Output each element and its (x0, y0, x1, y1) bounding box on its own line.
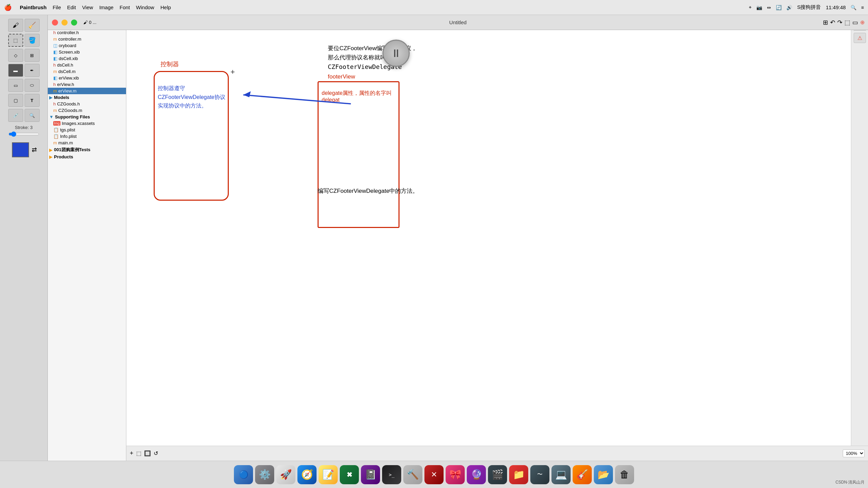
menu-view[interactable]: View (82, 4, 93, 10)
add-canvas-icon[interactable]: + (130, 450, 134, 457)
primary-color-swatch[interactable] (12, 142, 29, 157)
tree-item-images-xcassets[interactable]: Img Images.xcassets (48, 120, 126, 127)
display-icon: ⌖ (749, 4, 752, 10)
annotation-bottom: 编写CZFooterViewDelegate中的方法。 (318, 187, 418, 195)
shape-tool[interactable]: ◇ (8, 49, 23, 62)
menu-file[interactable]: File (53, 4, 61, 10)
tree-item-info-plist[interactable]: 📋 Info.plist (48, 133, 126, 140)
dock-trash[interactable]: 🗑 (615, 465, 634, 484)
tree-item-tests[interactable]: ▶ 001团购案例Tests (48, 146, 126, 154)
fill-tool[interactable]: 🪣 (25, 34, 40, 47)
dock-excel[interactable]: ✖ (340, 465, 359, 484)
dock-finder[interactable]: 🔵 (234, 465, 253, 484)
tree-item-controller-m[interactable]: m controller.m (48, 36, 126, 42)
dock-purple-app[interactable]: 🔮 (467, 465, 486, 484)
tree-item-models[interactable]: ▶ Models (48, 94, 126, 101)
pause-button[interactable]: ⏸ (382, 40, 410, 67)
tree-item-czgoods-h[interactable]: h CZGoods.h (48, 101, 126, 107)
camera-icon: 📷 (756, 5, 762, 10)
dock-folder[interactable]: 📂 (594, 465, 613, 484)
tree-item-goodscell-xib[interactable]: ◧ dsCell.xib (48, 55, 126, 62)
rect-tool[interactable]: ▭ (8, 79, 23, 92)
toolbar-icon-4[interactable]: ⬚ (844, 19, 850, 26)
eyedropper-tool[interactable]: 💉 (8, 109, 23, 122)
menu-list-icon[interactable]: ≡ (861, 5, 864, 10)
trash-icon: 🗑 (620, 469, 629, 480)
menu-image[interactable]: Image (99, 4, 114, 10)
stroke-slider[interactable] (9, 131, 39, 137)
eraser-tool[interactable]: 🧹 (25, 19, 40, 32)
tree-label-czgoods-h: CZGoods.h (57, 101, 80, 106)
dock-xcode-tools[interactable]: 🔨 (403, 465, 422, 484)
dock-instruments[interactable]: 🎸 (573, 465, 592, 484)
tree-item-footerview-xib[interactable]: ◧ erView.xib (48, 75, 126, 81)
menu-window[interactable]: Window (136, 4, 154, 10)
window-close-button[interactable] (52, 19, 58, 26)
rotate-icon: 🔄 (776, 5, 782, 10)
ellipse-tool[interactable]: ⬭ (25, 79, 40, 92)
tree-item-storyboard[interactable]: ◫ oryboard (48, 42, 126, 49)
toolbar-icon-6[interactable]: ⊕ (860, 19, 865, 26)
tree-item-czgoods-m[interactable]: m CZGoods.m (48, 107, 126, 114)
tree-item-goodscell-h[interactable]: h dsCell.h (48, 62, 126, 68)
tree-item-footerview-m[interactable]: m erView.m (48, 88, 126, 94)
dock-notes[interactable]: 📝 (319, 465, 338, 484)
right-box-text: delegate属性，属性的名字叫delegat (322, 90, 400, 103)
xib-icon-footerview: ◧ (53, 75, 57, 81)
text-tool[interactable]: T (25, 94, 40, 107)
tree-item-tgs-plist[interactable]: 📋 tgs.plist (48, 127, 126, 133)
canvas-circle-icon[interactable]: ↺ (154, 450, 158, 457)
tree-item-controller-h[interactable]: h controller.h (48, 29, 126, 36)
menu-help[interactable]: Help (160, 4, 171, 10)
window-maximize-button[interactable] (71, 19, 77, 26)
right-divider (854, 30, 866, 31)
tree-item-main-m[interactable]: m main.m (48, 140, 126, 146)
toolbar-icon-2[interactable]: ↶ (830, 19, 835, 26)
tree-item-footerview-h[interactable]: h erView.h (48, 81, 126, 88)
canvas-layer-icon[interactable]: 🔲 (144, 450, 151, 457)
pause-icon: ⏸ (391, 47, 402, 60)
tree-item-supporting-files[interactable]: ▼ Supporting Files (48, 114, 126, 120)
rect-fill-tool[interactable]: ▬ (8, 64, 23, 77)
rounded-rect-tool[interactable]: ▢ (8, 94, 23, 107)
dock-onenote[interactable]: 📓 (361, 465, 380, 484)
brush-tool[interactable]: 🖌 (8, 19, 23, 32)
selection-tool[interactable]: ⬚ (8, 34, 23, 47)
dock-film-app[interactable]: 🎬 (488, 465, 507, 484)
dock-red-app[interactable]: ✕ (424, 465, 444, 484)
toolbar-icon-5[interactable]: ▭ (852, 19, 858, 26)
swap-colors-icon[interactable]: ⇄ (32, 146, 37, 154)
paintbrush-toolbar: 🖌 🧹 ⬚ 🪣 ◇ ⊞ ▬ ✒ ▭ ⬭ ▢ T 💉 🔍 Stroke: 3 ⇄ (0, 15, 48, 461)
table-tool[interactable]: ⊞ (25, 49, 40, 62)
tree-item-products[interactable]: ▶ Products (48, 154, 126, 160)
dock-system-prefs[interactable]: ⚙️ (255, 465, 274, 484)
folder-icon-supporting: ▼ (49, 114, 54, 119)
apple-menu[interactable]: 🍎 (4, 4, 12, 11)
toolbar-icon-1[interactable]: ⊞ (823, 19, 828, 26)
zoom-tool[interactable]: 🔍 (25, 109, 40, 122)
pencil-tool[interactable]: ✒ (25, 64, 40, 77)
tree-label-tests: 001团购案例Tests (54, 147, 90, 153)
dock-terminal[interactable]: >_ (382, 465, 401, 484)
dock-filezilla[interactable]: 📁 (509, 465, 528, 484)
onenote-icon: 📓 (365, 469, 377, 480)
zoom-select[interactable]: 100% 50% 200% (843, 449, 865, 457)
file-icon-czgoods-m: m (53, 108, 57, 113)
tree-item-goodscell-m[interactable]: m dsCell.m (48, 68, 126, 75)
toolbar-icon-3[interactable]: ↷ (837, 19, 842, 26)
menu-edit[interactable]: Edit (67, 4, 76, 10)
window-minimize-button[interactable] (61, 19, 68, 26)
dock-safari[interactable]: 🧭 (297, 465, 317, 484)
dock-launchpad[interactable]: 🚀 (276, 465, 295, 484)
dock-pink-app[interactable]: 🎀 (446, 465, 465, 484)
tree-item-launchscreen[interactable]: ◧ Screen.xib (48, 49, 126, 55)
canvas-thumbnail-icon[interactable]: ⬚ (136, 450, 141, 457)
dock-flow[interactable]: 〜 (530, 465, 549, 484)
dock-vmware[interactable]: 💻 (551, 465, 571, 484)
menu-paintbrush[interactable]: Paintbrush (20, 4, 46, 10)
right-btn-warning[interactable]: ⚠ (854, 33, 866, 43)
tool-row-6: ▢ T (8, 94, 40, 107)
menu-font[interactable]: Font (120, 4, 130, 10)
search-icon[interactable]: 🔍 (851, 5, 856, 10)
system-prefs-icon: ⚙️ (259, 469, 271, 480)
